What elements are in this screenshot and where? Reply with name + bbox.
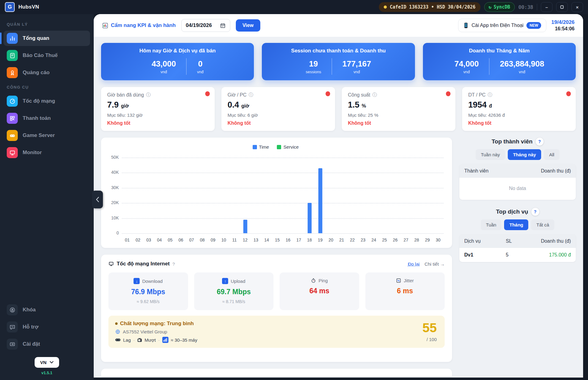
legend-swatch-icon: [277, 145, 281, 149]
legend-item[interactable]: Time: [253, 144, 269, 150]
chart-bar-slot: [165, 158, 175, 233]
kpi-card-capacity: Công suấtⓘ 1.5 % Mục tiêu: 25 % Không tố…: [342, 87, 455, 131]
next-section-card-partial: [101, 369, 452, 377]
sidebar-item-monitor[interactable]: Monitor: [4, 145, 90, 160]
retest-link[interactable]: Đo lại: [408, 261, 420, 267]
stat-unit: vnđ: [500, 70, 544, 74]
kpi-unit: %: [362, 103, 366, 108]
members-tab-all[interactable]: All: [544, 149, 560, 160]
stat-value: 19: [306, 59, 321, 69]
kpi-handbook-link[interactable]: Cẩm nang KPI & vận hành: [102, 22, 176, 28]
stat-divider: [186, 58, 187, 75]
services-help-icon[interactable]: ?: [531, 208, 539, 216]
kpi-unit: đ: [489, 103, 492, 108]
stat-unit: vnđ: [454, 70, 479, 74]
close-button[interactable]: ×: [571, 2, 583, 12]
sidebar-item-game-server[interactable]: Game Server: [4, 128, 90, 143]
logo-letter: G: [8, 4, 12, 10]
legend-item[interactable]: Service: [277, 144, 299, 150]
stat-divider: [332, 58, 332, 75]
phone-icon: [463, 22, 469, 28]
chart-bar-slot: [422, 158, 433, 233]
kpi-label: DT / PC: [468, 92, 486, 98]
services-tab-week[interactable]: Tuần: [481, 219, 502, 230]
install-app-button[interactable]: Cài App trên Điện Thoại NEW: [458, 19, 547, 32]
services-tab-month[interactable]: Tháng: [504, 219, 528, 230]
chart-x-tick: 17: [293, 238, 304, 242]
sidebar-item-overview[interactable]: Tổng quan: [4, 31, 90, 46]
content-body: Hôm nay Giờ & Dịch vụ đã bán 43,000 vnđ …: [94, 37, 583, 378]
isp-label: AS7552 Viettel Group: [123, 329, 167, 334]
network-speed-card: Tốc độ mạng Internet ? Đo lại Chi tiết →…: [101, 255, 452, 362]
chart-bar-slot: [368, 158, 379, 233]
metric-value: 69.7 Mbps: [197, 288, 271, 296]
settings-display-icon: [7, 339, 18, 350]
tag-pc-count: ≈ 30–35 máy: [171, 337, 198, 343]
chart-legend: TimeService: [108, 144, 443, 150]
jitter-graph-icon: [396, 278, 401, 283]
sync-db-button[interactable]: ↻ SyncDB: [484, 2, 515, 12]
view-button[interactable]: View: [236, 19, 260, 32]
maximize-button[interactable]: [556, 2, 568, 12]
members-help-icon[interactable]: ?: [536, 138, 544, 146]
gamepad-small-icon: [115, 338, 121, 342]
info-icon[interactable]: ⓘ: [372, 92, 377, 98]
sidebar-spacer: [4, 161, 90, 301]
sidebar-item-support[interactable]: Hỗ trợ: [4, 319, 90, 335]
chart-x-tick: 03: [143, 238, 154, 242]
chart-bar-slot: [218, 158, 229, 233]
kpi-card-revenue-per-pc: DT / PCⓘ 1954 đ Mục tiêu: 42636 đ Không …: [462, 87, 576, 131]
globe-icon: [115, 329, 120, 334]
services-col-qty: SL: [503, 238, 525, 244]
tag-separator: ·: [133, 337, 135, 343]
network-help-icon[interactable]: ?: [172, 261, 175, 267]
legend-label: Service: [283, 144, 299, 150]
install-app-label: Cài App trên Điện Thoại: [472, 23, 524, 28]
chart-bars: [122, 158, 443, 233]
date-input[interactable]: 04/19/2026: [181, 19, 230, 32]
language-dropdown[interactable]: VN: [35, 357, 59, 368]
sidebar-item-label: Tốc độ mạng: [23, 98, 55, 104]
members-tab-week[interactable]: Tuần này: [476, 149, 505, 160]
services-col-revenue: Doanh thu (đ): [525, 238, 571, 244]
sidebar-item-ads[interactable]: Quảng cáo: [4, 65, 90, 80]
sidebar-item-label: Hỗ trợ: [23, 324, 39, 330]
kpi-card-hours-sold: Giờ bán đã dùngⓘ 7.9 giờ Mục tiêu: 132 g…: [101, 87, 215, 131]
detail-link[interactable]: Chi tiết →: [424, 261, 445, 267]
service-name: Dv1: [464, 252, 503, 258]
network-section-title: Tốc độ mạng Internet: [117, 261, 170, 267]
mini-chart-icon: [102, 23, 108, 28]
chart-x-tick: 25: [379, 238, 390, 242]
stopwatch-icon: [311, 278, 316, 283]
info-icon[interactable]: ⓘ: [249, 92, 253, 98]
chart-bar-slot: [304, 158, 315, 233]
sidebar-item-network-speed[interactable]: Tốc độ mạng: [4, 93, 90, 109]
kpi-value: 0.4: [228, 100, 239, 109]
chart-x-tick: 29: [422, 238, 433, 242]
alert-dot-icon: [566, 91, 571, 96]
title-bar: G HubsVN CafeID 1363233 • HSD 30/04/2026…: [0, 0, 588, 14]
quality-title: Chất lượng mạng: Trung bình: [120, 321, 194, 327]
chart-bar-slot: [240, 158, 251, 233]
kpi-label: Giờ / PC: [228, 92, 247, 98]
sidebar-item-label: Tổng quan: [23, 35, 49, 41]
chart-x-tick: 22: [347, 238, 358, 242]
members-tab-month[interactable]: Tháng này: [508, 149, 541, 160]
sidebar-item-lock[interactable]: Khóa: [4, 302, 90, 317]
minimize-button[interactable]: –: [541, 2, 552, 12]
chart-x-tick: 10: [218, 238, 229, 242]
stat-card-revenue: Doanh thu Tháng & Năm 74,000 vnđ 263,884…: [423, 43, 576, 80]
sidebar-collapse-button[interactable]: [92, 191, 103, 208]
sidebar-item-tax-report[interactable]: Báo Cáo Thuế: [4, 48, 90, 63]
sidebar-item-settings[interactable]: Cài đặt: [4, 336, 90, 352]
metric-sub: ≈ 8.71 MB/s: [197, 299, 271, 304]
info-icon[interactable]: ⓘ: [146, 92, 151, 98]
sidebar-item-payment[interactable]: Thanh toán: [4, 111, 90, 126]
status-dot-icon: [384, 6, 387, 9]
service-table-row[interactable]: Dv1 5 175.000 đ: [459, 248, 576, 262]
info-icon[interactable]: ⓘ: [488, 92, 492, 98]
services-tab-all[interactable]: Tất cả: [531, 219, 554, 230]
chart-x-tick: 09: [208, 238, 218, 242]
cafe-id-badge[interactable]: CafeID 1363233 • HSD 30/04/2026: [379, 2, 481, 12]
metric-upload: ↑Upload 69.7 Mbps ≈ 8.71 MB/s: [194, 272, 274, 310]
